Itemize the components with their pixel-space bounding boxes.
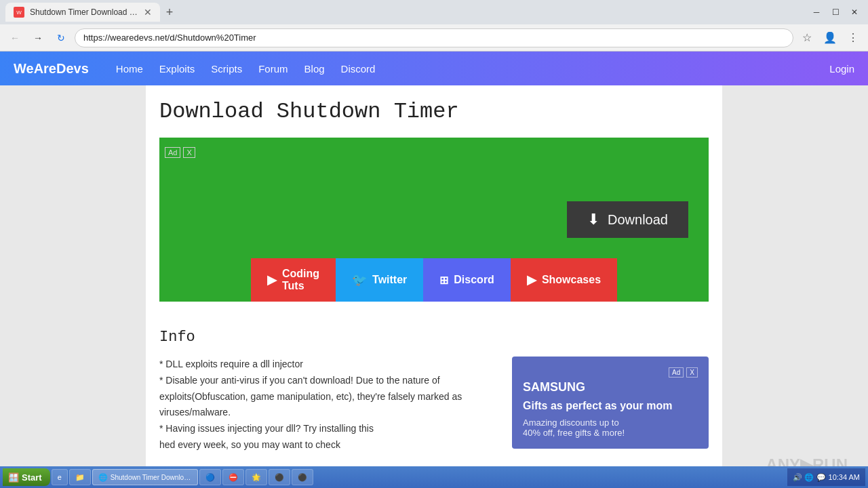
showcases-icon: ▶ [527,272,536,287]
coding-label: CodingTuts [282,268,319,292]
minimize-button[interactable]: ─ [808,4,825,20]
ad-label: Ad [165,147,180,158]
taskbar-app3[interactable]: 🌟 [245,469,267,485]
nav-forum[interactable]: Forum [258,63,288,75]
info-content: * DLL exploits require a dll injector * … [159,357,709,453]
active-tab[interactable]: W Shutdown Timer Download - WeAre... ✕ [5,3,160,22]
profile-button[interactable]: 👤 [821,28,840,47]
green-banner: Ad X ⬇ Download ▶ CodingTuts [159,138,709,302]
page-content: Download Shutdown Timer Ad X ⬇ Download [0,85,868,488]
app1-icon: 🔵 [205,473,215,482]
twitter-label: Twitter [372,274,407,286]
samsung-ad-label: Ad [669,367,684,378]
download-area: ⬇ Download [159,161,709,258]
twitter-button[interactable]: 🐦 Twitter [336,258,423,302]
new-tab-button[interactable]: + [160,3,179,22]
taskbar-ie[interactable]: e [52,469,68,485]
maximize-button[interactable]: ☐ [827,4,844,20]
chrome-icon: 🌐 [98,473,108,482]
ie-icon: e [58,473,62,481]
taskbar-app1[interactable]: 🔵 [199,469,221,485]
tab-title: Shutdown Timer Download - WeAre... [30,7,138,17]
ad-sidebar: Ad X SAMSUNG Gifts as perfect as your mo… [512,357,709,453]
info-line-2: * Disable your anti-virus if you can't d… [159,373,498,421]
info-title: Info [159,329,709,346]
bookmark-button[interactable]: ☆ [797,28,816,47]
nav-home[interactable]: Home [116,63,143,75]
tray-icons: 🔊 🌐 💬 [793,473,825,482]
site-nav: Home Exploits Scripts Forum Blog Discord [116,63,809,75]
tab-favicon: W [14,7,24,18]
coding-icon: ▶ [267,272,277,287]
coding-tuts-button[interactable]: ▶ CodingTuts [251,258,336,302]
address-input[interactable] [75,28,793,47]
ad-bar: Ad X [159,144,709,161]
content-card: Download Shutdown Timer Ad X ⬇ Download [146,85,722,315]
samsung-sub: Amazing discounts up to40% off, free gif… [523,418,698,438]
info-line-1: * DLL exploits require a dll injector [159,357,498,373]
ad-close[interactable]: X [183,147,195,158]
info-card: Info * DLL exploits require a dll inject… [146,315,722,467]
samsung-ad-close[interactable]: X [686,367,698,378]
start-label: Start [22,472,42,483]
menu-button[interactable]: ⋮ [844,28,863,47]
download-icon: ⬇ [587,211,599,228]
close-button[interactable]: ✕ [846,4,863,20]
browser-window: W Shutdown Timer Download - WeAre... ✕ +… [0,0,868,488]
tab-bar: W Shutdown Timer Download - WeAre... ✕ +… [0,0,868,24]
forward-button[interactable]: → [28,28,47,47]
nav-scripts[interactable]: Scripts [211,63,242,75]
download-button[interactable]: ⬇ Download [567,201,688,238]
address-bar-row: ← → ↻ ☆ 👤 ⋮ [0,24,868,52]
discord-icon: ⊞ [439,274,448,287]
twitter-icon: 🐦 [352,272,367,287]
samsung-ad-bar: Ad X [523,367,698,378]
taskbar-app5[interactable]: ⚫ [292,469,313,485]
samsung-tagline: Gifts as perfect as your mom [523,400,698,412]
window-controls: ─ ☐ ✕ [808,4,863,20]
download-label: Download [608,212,668,228]
app2-icon: ⛔ [229,473,238,482]
info-text: * DLL exploits require a dll injector * … [159,357,498,453]
nav-blog[interactable]: Blog [304,63,325,75]
page-title: Download Shutdown Timer [159,99,709,124]
back-button[interactable]: ← [5,28,24,47]
site-header: WeAreDevs Home Exploits Scripts Forum Bl… [0,52,868,85]
reload-button[interactable]: ↻ [52,28,71,47]
site-logo: WeAreDevs [14,61,89,77]
taskbar-chrome[interactable]: 🌐 Shutdown Timer Download - WeAre... [92,469,198,485]
taskbar-folder[interactable]: 📁 [69,469,91,485]
app3-icon: 🌟 [252,473,261,482]
info-line-3: * Having issues injecting your dll? Try … [159,421,498,437]
showcases-label: Showcases [542,274,601,286]
info-line-partial: hed every week, so you may want to check [159,437,498,453]
app4-icon: ⚫ [275,473,284,482]
taskbar-app4[interactable]: ⚫ [269,469,290,485]
nav-exploits[interactable]: Exploits [159,63,195,75]
login-button[interactable]: Login [829,63,854,75]
taskbar-tray: 🔊 🌐 💬 10:34 AM [787,468,865,486]
social-buttons: ▶ CodingTuts 🐦 Twitter ⊞ Discord ▶ Showc… [159,258,709,302]
samsung-brand: SAMSUNG [523,380,698,394]
taskbar-time: 10:34 AM [829,473,860,481]
discord-label: Discord [454,274,494,286]
discord-button[interactable]: ⊞ Discord [423,258,511,302]
taskbar-app2[interactable]: ⛔ [222,469,244,485]
showcases-button[interactable]: ▶ Showcases [511,258,617,302]
nav-discord[interactable]: Discord [341,63,376,75]
folder-icon: 📁 [75,473,85,482]
tab-close-button[interactable]: ✕ [144,7,152,18]
taskbar: 🪟 Start e 📁 🌐 Shutdown Timer Download - … [0,466,868,488]
start-icon: 🪟 [8,472,19,483]
app5-icon: ⚫ [298,473,307,482]
samsung-ad: Ad X SAMSUNG Gifts as perfect as your mo… [512,357,709,449]
start-button[interactable]: 🪟 Start [3,468,50,486]
taskbar-active-label: Shutdown Timer Download - WeAre... [111,474,192,481]
